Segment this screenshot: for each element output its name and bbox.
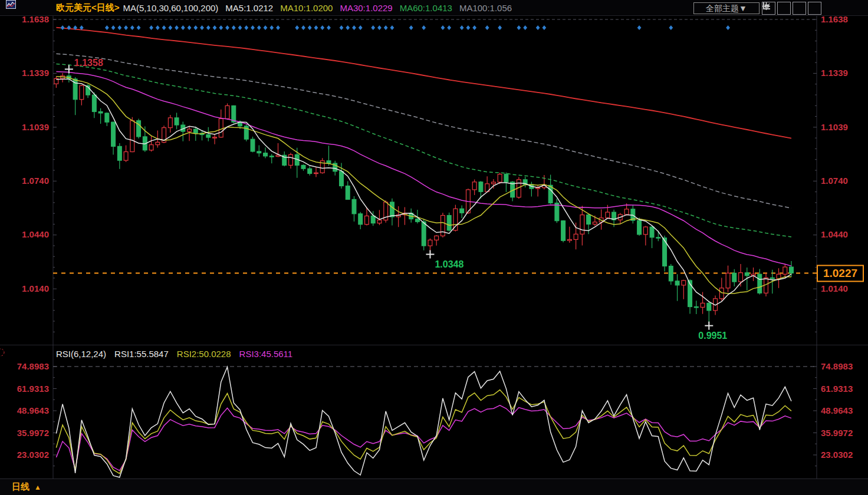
symbol-name: 欧元美元 [56, 2, 91, 12]
svg-text:1.0140: 1.0140 [22, 283, 49, 293]
ma30-value: MA30:1.0229 [340, 3, 392, 13]
svg-text:1.0140: 1.0140 [821, 283, 848, 293]
svg-text:74.8983: 74.8983 [17, 361, 49, 371]
price-axis-labels: 1.16381.16381.13391.13391.10391.10391.07… [22, 14, 848, 293]
chart-canvas[interactable]: 1.13581.03480.99511.16381.16381.13391.13… [0, 0, 868, 495]
symbol-title: 欧元美元<日线> [56, 2, 120, 14]
ma200-line [56, 28, 791, 138]
ma10-value: MA10:1.0200 [280, 3, 333, 13]
ma60-value: MA60:1.0413 [400, 3, 452, 13]
ma60-line [56, 64, 791, 237]
candlestick-series [54, 70, 793, 322]
svg-text:35.9972: 35.9972 [17, 428, 49, 438]
ma5-value: MA5:1.0212 [225, 3, 273, 13]
svg-text:61.9313: 61.9313 [821, 384, 853, 394]
period-tag: <日线> [91, 2, 120, 12]
period-label: 日线 [12, 481, 29, 491]
axis-zoom-in-button[interactable] [777, 2, 791, 15]
svg-text:1.1039: 1.1039 [22, 122, 49, 132]
price-annotation: 1.1358 [74, 58, 103, 68]
exit-arrow-icon [762, 2, 771, 11]
svg-text:1.0740: 1.0740 [22, 176, 49, 186]
rsi1-line [56, 367, 791, 477]
ma5-line [56, 79, 791, 305]
event-marker-dots [61, 25, 730, 30]
svg-text:61.9313: 61.9313 [17, 384, 49, 394]
svg-text:23.0302: 23.0302 [821, 450, 853, 460]
svg-text:74.8983: 74.8983 [821, 361, 853, 371]
period-selector[interactable]: 日线▲ [12, 481, 41, 493]
period-dropdown-arrow-icon: ▲ [34, 483, 41, 491]
svg-text:1.0740: 1.0740 [821, 176, 848, 186]
rsi-header: RSI(6,12,24) RSI1:55.5847 RSI2:50.0228 R… [56, 349, 292, 359]
svg-text:1.0440: 1.0440 [22, 229, 49, 239]
exit-fullscreen-button[interactable] [808, 2, 821, 15]
axis-zoom-out-button[interactable] [793, 2, 806, 15]
svg-text:1.1339: 1.1339 [22, 68, 49, 78]
collapsed-badge-icon[interactable] [0, 349, 4, 356]
theme-selector-button[interactable]: 全部主题▼ [693, 2, 760, 14]
svg-text:1.1339: 1.1339 [821, 68, 848, 78]
current-price-value: 1.0227 [823, 267, 857, 279]
svg-text:23.0302: 23.0302 [17, 450, 49, 460]
rsi3-value: RSI3:45.5611 [239, 349, 293, 359]
svg-text:35.9972: 35.9972 [821, 428, 853, 438]
header-bar: 欧元美元<日线> MA(5,10,30,60,100,200) MA5:1.02… [0, 0, 868, 16]
rsi1-value: RSI1:55.5847 [114, 349, 169, 359]
rsi2-value: RSI2:50.0228 [177, 349, 231, 359]
ma-group-label: MA(5,10,30,60,100,200) [123, 3, 219, 13]
ma100-value: MA100:1.056 [459, 3, 512, 13]
trading-app: 1.13581.03480.99511.16381.16381.13391.13… [0, 0, 868, 495]
svg-text:1.1039: 1.1039 [821, 122, 848, 132]
toolbar [762, 2, 821, 15]
axis-ticks [53, 19, 817, 466]
svg-text:48.9643: 48.9643 [821, 405, 853, 415]
bottom-axis-strip: 日线▲ [0, 478, 868, 495]
svg-text:1.0440: 1.0440 [821, 229, 848, 239]
rsi-axis-labels: 74.898374.898361.931361.931348.964348.96… [17, 361, 853, 460]
rsi-title: RSI(6,12,24) [56, 349, 106, 359]
price-annotation: 1.0348 [435, 259, 463, 269]
price-annotation: 0.9951 [698, 331, 727, 341]
kline-chart-icon [6, 0, 16, 9]
svg-text:48.9643: 48.9643 [17, 405, 49, 415]
